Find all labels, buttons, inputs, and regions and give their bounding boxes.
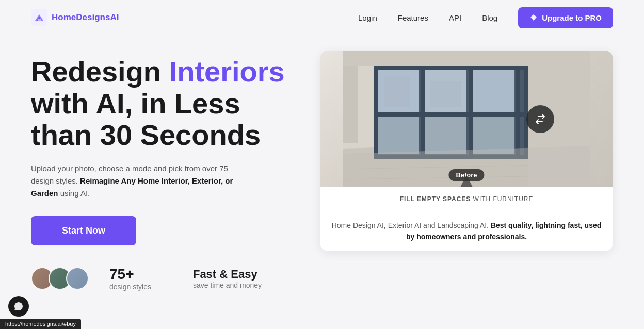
logo-text: HomeDesignsAI [52, 12, 119, 23]
avatar [66, 267, 89, 290]
hero-subtext: Upload your photo, choose a mode and pic… [31, 162, 248, 200]
shuffle-icon [534, 113, 546, 125]
diamond-icon [529, 13, 538, 22]
nav-features[interactable]: Features [398, 13, 428, 22]
upgrade-button[interactable]: Upgrade to PRO [518, 7, 613, 28]
logo-icon [31, 9, 47, 26]
image-card: Before FILL EMPTY SPACES WITH FURNITURE … [320, 51, 613, 251]
svg-rect-21 [378, 117, 419, 154]
shuffle-button[interactable] [526, 105, 554, 133]
svg-rect-20 [473, 70, 514, 112]
stat-designs: 75+ design styles [109, 266, 151, 291]
chat-fab[interactable] [8, 296, 29, 317]
stat-fast: Fast & Easy save time and money [193, 268, 262, 289]
main-content: Redesign Interiors with AI, in Less than… [0, 35, 644, 311]
tooltip-bar: https://homedesigns.ai/#buy [0, 319, 81, 329]
chat-icon [13, 301, 24, 311]
nav-login[interactable]: Login [358, 13, 377, 22]
stat-divider [172, 268, 172, 289]
room-preview: Before [320, 51, 613, 187]
svg-rect-24 [384, 76, 410, 107]
svg-rect-16 [374, 112, 528, 117]
stat-fast-title: Fast & Easy [193, 268, 262, 281]
navbar: HomeDesignsAI Login Features API Blog Up… [0, 0, 644, 35]
room-scene-svg [320, 51, 613, 187]
stat-fast-label: save time and money [193, 281, 262, 289]
stat-count-label: design styles [109, 283, 151, 291]
nav-links: Login Features API Blog Upgrade to PRO [358, 7, 613, 28]
nav-api[interactable]: API [449, 13, 461, 22]
svg-rect-15 [374, 66, 528, 70]
right-column: Before FILL EMPTY SPACES WITH FURNITURE … [320, 51, 613, 251]
card-label: FILL EMPTY SPACES WITH FURNITURE [320, 187, 613, 211]
start-now-button[interactable]: Start Now [31, 216, 136, 245]
svg-rect-25 [430, 81, 461, 107]
hero-heading: Redesign Interiors with AI, in Less than… [31, 56, 289, 151]
logo[interactable]: HomeDesignsAI [31, 9, 119, 26]
svg-rect-23 [473, 117, 514, 154]
avatar-group [31, 267, 89, 290]
svg-rect-22 [425, 117, 466, 154]
svg-rect-1 [38, 19, 41, 21]
left-column: Redesign Interiors with AI, in Less than… [31, 51, 289, 291]
card-bottom-text: Home Design AI, Exterior AI and Landscap… [320, 211, 613, 251]
stat-count: 75+ [109, 266, 151, 283]
nav-blog[interactable]: Blog [482, 13, 497, 22]
stats-row: 75+ design styles Fast & Easy save time … [31, 266, 289, 291]
